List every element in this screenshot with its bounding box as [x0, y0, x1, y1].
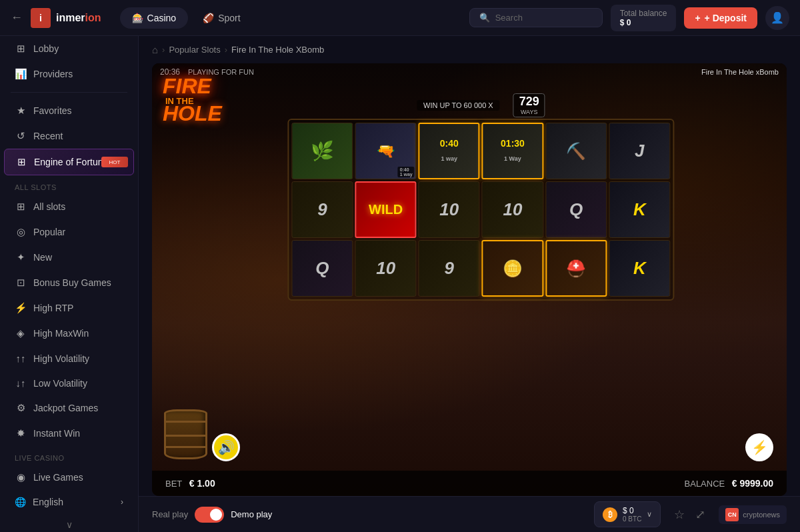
sidebar-item-engine[interactable]: ⊞ Engine of Fortune HOT [4, 149, 134, 175]
balance-game-amount: € 9999.00 [732, 478, 773, 489]
slot-cell-1-0: 9 [291, 181, 353, 238]
sidebar-item-live-games[interactable]: ◉ Live Games [4, 465, 134, 490]
sidebar-item-providers[interactable]: 📊 Providers [4, 61, 134, 87]
sidebar-divider-1 [11, 92, 127, 93]
real-play-label: Real play [152, 509, 188, 519]
sidebar-item-high-maxwin[interactable]: ◈ High MaxWin [4, 321, 134, 346]
sidebar-item-lobby[interactable]: ⊞ Lobby [4, 36, 134, 61]
sidebar-item-instant-win[interactable]: ✸ Instant Win [4, 421, 134, 446]
sidebar-collapse-button[interactable]: ∨ [66, 519, 73, 530]
balance-info: BALANCE € 9999.00 [685, 477, 773, 489]
btc-icon: ₿ [603, 507, 617, 522]
logo: i inmerion [31, 8, 101, 28]
sidebar-recent-label: Recent [33, 131, 63, 141]
ways-badge: 729 WAYS [513, 93, 545, 117]
breadcrumb-sep-2: › [225, 45, 227, 55]
demo-toggle[interactable] [195, 507, 224, 523]
slot-grid-area: WIN UP TO 60 000 X 729 WAYS 🌿 🔫 0: [287, 93, 674, 301]
logo-text: inmerion [56, 12, 101, 24]
lightning-button[interactable]: ⚡ [745, 433, 773, 461]
deposit-button[interactable]: + + Deposit [684, 7, 757, 29]
breadcrumb-home[interactable]: ⌂ [152, 44, 158, 55]
sidebar-item-low-vol[interactable]: ↓↑ Low Volatility [4, 371, 134, 395]
sidebar-high-rtp-label: High RTP [33, 303, 73, 313]
breadcrumb-popular-slots[interactable]: Popular Slots [169, 45, 220, 55]
live-games-icon: ◉ [15, 471, 27, 483]
casino-tab[interactable]: 🎰 Casino [120, 7, 189, 29]
search-icon: 🔍 [479, 13, 490, 23]
all-slots-section: ALL SLOTS [0, 175, 138, 194]
sidebar-item-new[interactable]: ✦ New [4, 245, 134, 270]
balance-amount: $ 0 [620, 18, 667, 27]
high-vol-icon: ↑↑ [15, 353, 27, 364]
ways-label: WAYS [521, 109, 538, 115]
btc-value: $ 0 [623, 506, 634, 515]
slot-cell-2-4: ⛑️ [545, 240, 607, 297]
sidebar-item-popular[interactable]: ◎ Popular [4, 219, 134, 245]
bottom-toolbar: Real play Demo play ₿ $ 0 0 BTC ∨ ☆ ⤢ [139, 496, 800, 532]
breadcrumb-sep-1: › [162, 45, 165, 55]
sidebar-low-vol-label: Low Volatility [33, 378, 87, 389]
providers-icon: 📊 [15, 68, 27, 80]
search-bar[interactable]: 🔍 Search [469, 8, 603, 27]
user-icon: 👤 [771, 11, 784, 24]
sidebar-english-label: English [33, 497, 63, 507]
deposit-label: + Deposit [705, 13, 747, 23]
slot-cell-2-1: 10 [355, 240, 417, 297]
user-icon-button[interactable]: 👤 [765, 6, 789, 30]
sidebar-providers-label: Providers [33, 69, 73, 79]
toggle-knob [210, 509, 222, 521]
nav-tabs: 🎰 Casino 🏈 Sport [120, 7, 253, 29]
recent-icon: ↺ [15, 130, 27, 142]
bet-amount: € 1.00 [189, 478, 215, 489]
sidebar-live-games-label: Live Games [33, 472, 83, 483]
collapse-button[interactable]: ← [11, 11, 23, 25]
sidebar-item-favorites[interactable]: ★ Favorites [4, 98, 134, 123]
balance-game-label: BALANCE [685, 479, 725, 489]
toolbar-actions: ☆ ⤢ [671, 505, 708, 525]
favorite-toolbar-button[interactable]: ☆ [671, 505, 687, 525]
sound-button[interactable]: 🔊 [212, 433, 240, 461]
sidebar-item-high-rtp[interactable]: ⚡ High RTP [4, 295, 134, 321]
sidebar-footer: ∨ [0, 514, 138, 532]
slot-cell-2-2: 9 [419, 240, 480, 297]
sidebar-item-bonus-buy[interactable]: ⊡ Bonus Buy Games [4, 270, 134, 295]
sidebar-item-recent[interactable]: ↺ Recent [4, 123, 134, 149]
game-screenshot: 20:36 PLAYING FOR FUN Fire In The Hole x… [152, 63, 787, 496]
expand-toolbar-button[interactable]: ⤢ [693, 505, 708, 525]
jackpot-icon: ⚙ [15, 402, 27, 414]
low-vol-icon: ↓↑ [15, 377, 27, 389]
sidebar-item-all-slots[interactable]: ⊞ All slots [4, 194, 134, 219]
sidebar-lobby-label: Lobby [33, 43, 59, 54]
star-icon: ★ [15, 105, 27, 117]
sidebar-engine-label: Engine of Fortune [34, 157, 108, 167]
balance-label: Total balance [620, 9, 667, 18]
slot-cell-0-0: 🌿 [291, 123, 353, 179]
sidebar-popular-label: Popular [33, 227, 65, 237]
bet-info: BET € 1.00 [165, 477, 215, 489]
slot-cell-1-1: WILD [355, 181, 417, 238]
slot-cell-0-1: 🔫 0:401 way [355, 123, 417, 179]
sidebar-jackpot-label: Jackpot Games [33, 403, 98, 413]
sidebar-item-jackpot[interactable]: ⚙ Jackpot Games [4, 395, 134, 421]
sidebar-item-high-vol[interactable]: ↑↑ High Volatility [4, 346, 134, 371]
sidebar-bonus-buy-label: Bonus Buy Games [33, 277, 111, 288]
sidebar-all-slots-label: All slots [33, 201, 65, 212]
sidebar-language[interactable]: 🌐 English › [4, 490, 134, 514]
sport-tab[interactable]: 🏈 Sport [191, 7, 252, 29]
slot-cell-1-5: K [609, 181, 670, 238]
btc-selector[interactable]: ₿ $ 0 0 BTC ∨ [594, 501, 661, 527]
slot-cell-0-3: 01:30 1 Way [482, 123, 543, 179]
sidebar-favorites-label: Favorites [33, 105, 72, 116]
new-icon: ✦ [15, 251, 27, 263]
globe-icon: 🌐 [15, 497, 26, 507]
breadcrumb: ⌂ › Popular Slots › Fire In The Hole XBo… [139, 36, 800, 63]
plus-icon: + [695, 13, 700, 23]
slot-cell-2-5: K [609, 240, 670, 297]
slot-cell-1-3: 10 [482, 181, 543, 238]
sport-tab-label: Sport [218, 13, 240, 23]
game-frame: 20:36 PLAYING FOR FUN Fire In The Hole x… [152, 63, 787, 496]
balance-area: Total balance $ 0 [611, 5, 677, 31]
logo-icon: i [31, 8, 51, 28]
slot-grid: 🌿 🔫 0:401 way 0:40 1 way [287, 119, 674, 301]
